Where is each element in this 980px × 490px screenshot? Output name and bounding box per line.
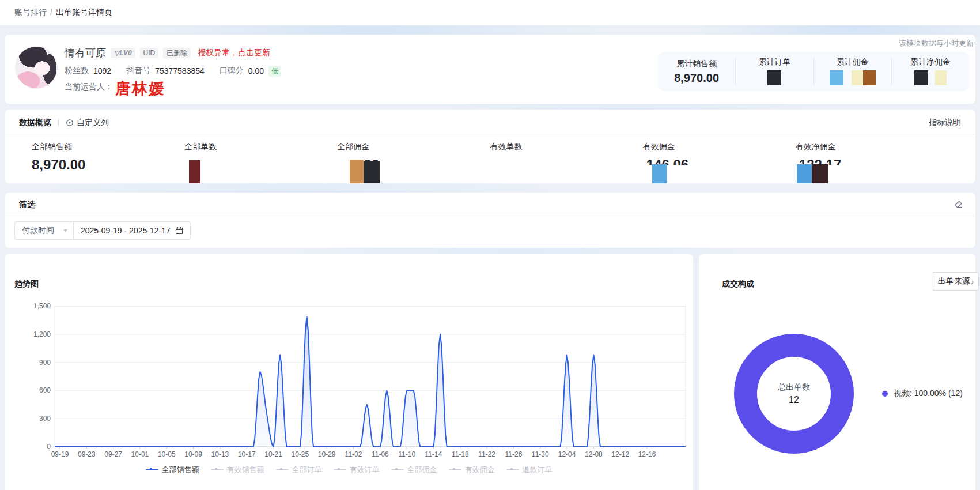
filter-title: 筛选	[19, 199, 35, 210]
legend-item-inactive[interactable]: 有效销售额	[211, 465, 264, 475]
stat-label: 有效净佣金	[796, 142, 948, 152]
pie-legend-item[interactable]: 视频: 100.00% (12)	[882, 389, 963, 399]
composition-card: 成交构成 出单来源 › 总出单数 12 视频: 100.00% (12)	[699, 254, 975, 490]
legend-item-inactive[interactable]: 全部订单	[276, 465, 322, 475]
stat-value	[490, 157, 643, 183]
stat-value: 8,970.00	[32, 157, 184, 183]
divider	[5, 216, 975, 216]
composition-title: 成交构成	[722, 279, 754, 289]
svg-text:11-18: 11-18	[452, 450, 469, 458]
date-range-value: 2025-09-19 - 2025-12-17	[81, 226, 171, 235]
legend-item-active[interactable]: 全部销售额	[146, 465, 199, 475]
stat-label: 累计销售额	[658, 59, 735, 69]
svg-text:11-14: 11-14	[425, 450, 442, 458]
summary-stat: 累计订单	[735, 57, 813, 86]
chevron-down-icon: ▼	[62, 228, 69, 233]
data-overview-card: 数据概览 自定义列 指标说明 全部销售额 8,970.00 全部单数 全部佣金 …	[5, 110, 975, 183]
svg-text:09-23: 09-23	[78, 450, 96, 458]
score-low-tag: 低	[268, 66, 281, 77]
auth-warning-link[interactable]: 授权异常，点击更新	[198, 48, 270, 58]
profile-card: 情有可原 ▽LV0 UID 已删除 授权异常，点击更新 粉丝数1092 抖音号7…	[5, 35, 975, 104]
summary-stats-box: 累计销售额 8,970.00 累计订单 累计佣金 累计净佣金	[658, 52, 969, 91]
overview-title: 数据概览	[19, 118, 51, 128]
legend-item-inactive[interactable]: 退款订单	[506, 465, 553, 475]
update-note: 该模块数据每小时更新一	[899, 38, 975, 48]
stat-label: 累计订单	[736, 57, 813, 67]
summary-stat: 累计佣金	[813, 57, 891, 86]
filter-card: 筛选 付款时间 ▼ 2025-09-19 - 2025-12-17	[5, 193, 975, 248]
stat-value: 86	[337, 157, 490, 183]
overview-stat: 全部销售额 8,970.00	[32, 142, 184, 183]
svg-text:900: 900	[39, 359, 51, 367]
svg-text:10-09: 10-09	[184, 450, 202, 458]
svg-text:11-30: 11-30	[532, 450, 549, 458]
stat-label: 全部销售额	[32, 142, 184, 152]
stat-label: 全部单数	[184, 142, 337, 152]
breadcrumb: 账号排行/出单账号详情页	[14, 7, 112, 18]
eraser-icon[interactable]	[953, 199, 964, 210]
trend-legend: 全部销售额有效销售额全部订单有效订单全部佣金有效佣金退款订单	[5, 465, 693, 475]
breadcrumb-separator: /	[50, 7, 52, 17]
score-label: 口碑分	[220, 66, 244, 76]
summary-stat: 累计销售额 8,970.00	[658, 59, 735, 85]
svg-text:600: 600	[39, 386, 51, 394]
svg-text:0: 0	[47, 443, 51, 451]
svg-text:1,200: 1,200	[33, 330, 51, 338]
target-icon	[66, 119, 74, 127]
stat-value: 146.06	[643, 157, 796, 183]
svg-text:10-01: 10-01	[131, 450, 149, 458]
svg-text:10-13: 10-13	[211, 450, 229, 458]
overview-stat: 有效单数	[490, 142, 643, 183]
order-source-button[interactable]: 出单来源 ›	[932, 272, 979, 291]
customize-columns-button[interactable]: 自定义列	[66, 118, 109, 128]
svg-text:09-27: 09-27	[104, 450, 122, 458]
svg-text:09-19: 09-19	[51, 450, 69, 458]
legend-item-inactive[interactable]: 有效佣金	[449, 465, 495, 475]
stat-label: 累计佣金	[814, 57, 891, 67]
filter-field-label: 付款时间	[22, 225, 54, 236]
censor-blocks	[892, 70, 969, 86]
divider	[58, 119, 59, 127]
legend-item-inactive[interactable]: 全部佣金	[391, 465, 437, 475]
douyin-id-label: 抖音号	[126, 66, 150, 76]
pie-legend-label: 视频: 100.00% (12)	[894, 389, 963, 399]
svg-text:1,500: 1,500	[33, 302, 51, 310]
summary-stat: 累计净佣金	[891, 57, 969, 86]
stat-label: 有效单数	[490, 142, 643, 152]
filter-field-select[interactable]: 付款时间 ▼	[14, 221, 74, 240]
operator-label: 当前运营人：	[65, 82, 113, 92]
donut-chart-svg[interactable]	[733, 333, 855, 455]
level-badge: ▽LV0	[111, 48, 135, 58]
trend-chart-svg[interactable]: 03006009001,2001,50009-1909-2309-2710-01…	[7, 295, 691, 463]
svg-text:10-29: 10-29	[318, 450, 336, 458]
overview-stat: 有效佣金 146.06	[643, 142, 796, 183]
breadcrumb-current: 出单账号详情页	[56, 7, 112, 17]
stat-value	[184, 157, 337, 183]
order-source-label: 出单来源	[938, 276, 970, 287]
svg-text:11-26: 11-26	[505, 450, 523, 458]
handwritten-annotation: 唐林媛	[115, 78, 165, 99]
svg-text:12-16: 12-16	[638, 450, 656, 458]
stat-label: 累计净佣金	[892, 57, 969, 67]
divider	[5, 134, 975, 134]
metric-help-link[interactable]: 指标说明	[929, 118, 961, 128]
svg-text:10-05: 10-05	[158, 450, 176, 458]
breadcrumb-parent-link[interactable]: 账号排行	[14, 7, 47, 17]
svg-text:10-25: 10-25	[292, 450, 309, 458]
uid-badge[interactable]: UID	[140, 48, 159, 58]
customize-columns-label: 自定义列	[77, 118, 109, 128]
censor-blocks	[814, 70, 891, 86]
score-value: 0.00	[248, 66, 264, 76]
overview-stat: 全部佣金 86	[337, 142, 490, 183]
top-bar: 账号排行/出单账号详情页	[0, 0, 980, 25]
svg-text:12-08: 12-08	[585, 450, 603, 458]
date-range-input[interactable]: 2025-09-19 - 2025-12-17	[74, 221, 191, 240]
censor-blocks	[490, 157, 643, 183]
stat-label: 有效佣金	[643, 142, 796, 152]
trend-chart-card: 趋势图 03006009001,2001,50009-1909-2309-271…	[5, 254, 693, 490]
censor-blocks	[736, 70, 813, 86]
fans-label: 粉丝数	[65, 66, 89, 76]
chevron-right-icon: ›	[971, 277, 974, 286]
legend-item-inactive[interactable]: 有效订单	[334, 465, 380, 475]
avatar	[15, 46, 58, 89]
